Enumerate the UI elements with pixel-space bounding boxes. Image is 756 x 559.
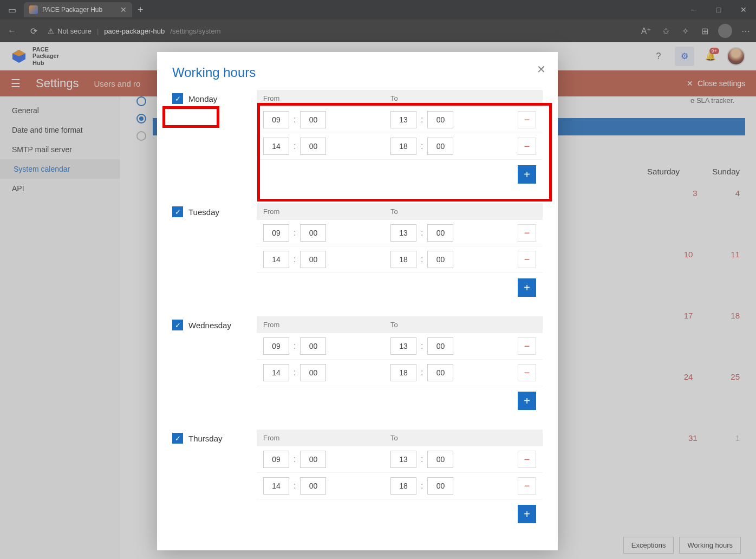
from-minute-input[interactable]	[300, 251, 326, 268]
day-block-wednesday: ✓WednesdayFromTo : : − : : −	[172, 316, 543, 410]
to-minute-input[interactable]	[427, 138, 453, 155]
remove-range-button[interactable]: −	[518, 337, 536, 355]
col-to: To	[390, 207, 398, 216]
add-range-button[interactable]: +	[518, 392, 536, 410]
colon: :	[420, 115, 424, 125]
from-minute-input[interactable]	[300, 111, 326, 128]
from-hour-input[interactable]	[263, 337, 289, 355]
from-time-group: :	[263, 337, 390, 355]
to-minute-input[interactable]	[427, 364, 453, 381]
from-hour-input[interactable]	[263, 364, 289, 381]
to-time-group: :	[390, 251, 518, 268]
remove-range-button[interactable]: −	[518, 111, 536, 128]
colon: :	[292, 228, 297, 238]
colon: :	[292, 115, 297, 125]
hours-header: FromTo	[257, 316, 543, 333]
colon: :	[420, 228, 424, 238]
col-from: From	[263, 321, 390, 329]
col-to: To	[390, 321, 398, 329]
to-hour-input[interactable]	[390, 224, 416, 242]
working-hours-modal: Working hours ✕ ✓MondayFromTo : : − : :	[157, 52, 558, 550]
hours-column: FromTo : : − : : −+	[257, 430, 543, 523]
colon: :	[420, 454, 424, 464]
from-time-group: :	[263, 477, 390, 495]
hours-column: FromTo : : − : : −+	[257, 90, 543, 184]
remove-range-button[interactable]: −	[518, 451, 536, 468]
hours-column: FromTo : : − : : −+	[257, 316, 543, 410]
from-minute-input[interactable]	[300, 224, 326, 242]
add-range-button[interactable]: +	[518, 278, 536, 297]
day-checkbox[interactable]: ✓	[172, 320, 183, 330]
to-time-group: :	[390, 364, 518, 381]
day-checkbox[interactable]: ✓	[172, 206, 183, 217]
colon: :	[292, 454, 297, 464]
hours-row: : : −	[257, 133, 543, 160]
to-hour-input[interactable]	[390, 477, 416, 495]
colon: :	[420, 255, 424, 264]
to-minute-input[interactable]	[427, 111, 453, 128]
hours-row: : : −	[257, 473, 543, 499]
to-minute-input[interactable]	[427, 477, 453, 495]
colon: :	[292, 368, 297, 378]
day-name: Tuesday	[188, 207, 219, 217]
remove-range-button[interactable]: −	[518, 138, 536, 155]
day-checkbox[interactable]: ✓	[172, 93, 183, 104]
colon: :	[292, 341, 297, 351]
from-minute-input[interactable]	[300, 138, 326, 155]
from-time-group: :	[263, 364, 390, 381]
add-range-button[interactable]: +	[518, 505, 536, 523]
from-hour-input[interactable]	[263, 111, 289, 128]
to-time-group: :	[390, 138, 518, 155]
to-hour-input[interactable]	[390, 251, 416, 268]
col-to: To	[390, 94, 398, 102]
from-minute-input[interactable]	[300, 451, 326, 468]
to-hour-input[interactable]	[390, 451, 416, 468]
from-minute-input[interactable]	[300, 477, 326, 495]
from-hour-input[interactable]	[263, 451, 289, 468]
from-hour-input[interactable]	[263, 224, 289, 242]
to-hour-input[interactable]	[390, 337, 416, 355]
day-name: Monday	[188, 94, 217, 103]
to-hour-input[interactable]	[390, 138, 416, 155]
hours-header: FromTo	[257, 430, 543, 446]
from-time-group: :	[263, 111, 390, 128]
hours-row: : : −	[257, 333, 543, 360]
to-minute-input[interactable]	[427, 224, 453, 242]
to-hour-input[interactable]	[390, 364, 416, 381]
add-range-button[interactable]: +	[518, 165, 536, 184]
from-time-group: :	[263, 138, 390, 155]
remove-range-button[interactable]: −	[518, 477, 536, 495]
colon: :	[420, 368, 424, 378]
remove-range-button[interactable]: −	[518, 364, 536, 381]
to-time-group: :	[390, 451, 518, 468]
hours-row: : : −	[257, 107, 543, 133]
colon: :	[292, 141, 297, 151]
colon: :	[420, 481, 424, 491]
day-checkbox[interactable]: ✓	[172, 433, 183, 444]
colon: :	[420, 341, 424, 351]
hours-column: FromTo : : − : : −+	[257, 203, 543, 297]
from-minute-input[interactable]	[300, 337, 326, 355]
col-from: From	[263, 207, 390, 216]
remove-range-button[interactable]: −	[518, 224, 536, 242]
remove-range-button[interactable]: −	[518, 251, 536, 268]
from-hour-input[interactable]	[263, 477, 289, 495]
hours-row: : : −	[257, 360, 543, 386]
to-time-group: :	[390, 111, 518, 128]
col-from: From	[263, 94, 390, 102]
from-hour-input[interactable]	[263, 251, 289, 268]
to-time-group: :	[390, 477, 518, 495]
colon: :	[292, 481, 297, 491]
to-minute-input[interactable]	[427, 337, 453, 355]
to-minute-input[interactable]	[427, 451, 453, 468]
from-time-group: :	[263, 451, 390, 468]
from-hour-input[interactable]	[263, 138, 289, 155]
to-hour-input[interactable]	[390, 111, 416, 128]
from-minute-input[interactable]	[300, 364, 326, 381]
hours-row: : : −	[257, 220, 543, 246]
modal-title: Working hours	[172, 65, 543, 80]
hours-row: : : −	[257, 446, 543, 473]
from-time-group: :	[263, 224, 390, 242]
to-minute-input[interactable]	[427, 251, 453, 268]
modal-close-button[interactable]: ✕	[537, 63, 546, 76]
